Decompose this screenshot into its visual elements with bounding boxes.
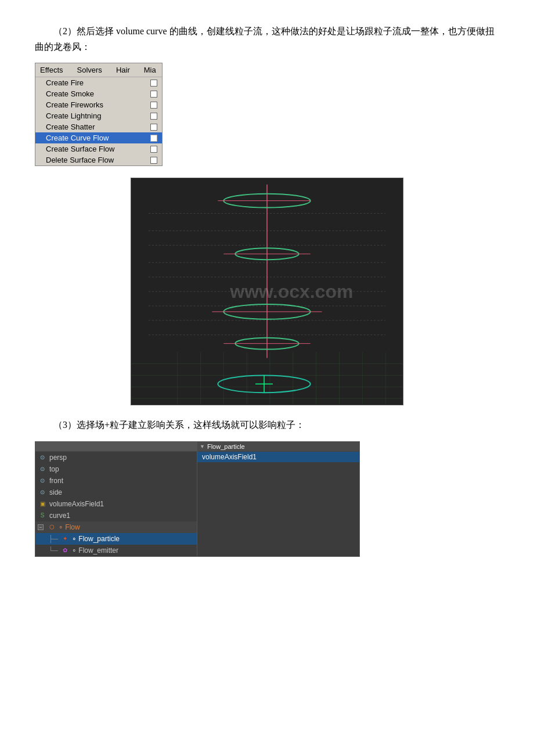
outliner-label: ∘ Flow_emitter bbox=[72, 546, 118, 555]
menu-item-create-fire[interactable]: Create Fire bbox=[35, 77, 162, 88]
menu-item-option-box[interactable] bbox=[150, 102, 157, 109]
menu-item-option-box[interactable] bbox=[150, 124, 157, 131]
outliner-item-volume-axis-field[interactable]: ▣ volumeAxisField1 bbox=[35, 498, 197, 510]
outliner-item-flow-particle[interactable]: ├─ ✦ ∘ Flow_particle bbox=[35, 533, 197, 545]
expand-collapse-icon[interactable]: − bbox=[38, 524, 44, 530]
attr-item-label: volumeAxisField1 bbox=[202, 453, 257, 461]
outliner-header bbox=[35, 442, 197, 452]
outliner-label: ∘ Flow_particle bbox=[72, 535, 120, 543]
menu-item-label: Create Curve Flow bbox=[46, 134, 109, 142]
menu-header-hair[interactable]: Hair bbox=[114, 64, 132, 75]
outliner-label: top bbox=[49, 465, 59, 473]
menu-item-option-box[interactable] bbox=[150, 157, 157, 164]
menu-item-option-box[interactable] bbox=[150, 146, 157, 153]
outliner-label: side bbox=[49, 488, 62, 496]
menu-item-delete-surface-flow[interactable]: Delete Surface Flow bbox=[35, 154, 162, 165]
outliner-item-side[interactable]: ⊙ side bbox=[35, 487, 197, 498]
emitter-icon: ✿ bbox=[60, 546, 70, 555]
viewport-inner: www.ocx.com bbox=[131, 178, 403, 405]
outliner-item-flow-emitter[interactable]: └─ ✿ ∘ Flow_emitter bbox=[35, 545, 197, 556]
menu-item-label: Create Smoke bbox=[46, 89, 94, 98]
outliner-label: ∘ Flow bbox=[59, 523, 80, 531]
menu-item-create-surface-flow[interactable]: Create Surface Flow bbox=[35, 143, 162, 154]
menu-item-create-smoke[interactable]: Create Smoke bbox=[35, 88, 162, 99]
field-icon: ▣ bbox=[38, 499, 47, 509]
intro-paragraph: （2）然后选择 volume curve 的曲线，创建线粒子流，这种做法的好处是… bbox=[35, 23, 499, 55]
attribute-panel: ▼ Flow_particle volumeAxisField1 bbox=[197, 441, 360, 557]
viewport-container: www.ocx.com bbox=[131, 178, 403, 405]
menu-item-option-box[interactable] bbox=[150, 135, 157, 142]
menu-item-option-box[interactable] bbox=[150, 91, 157, 98]
menu-item-option-box[interactable] bbox=[150, 113, 157, 120]
tree-line: ├─ bbox=[48, 535, 58, 543]
camera-icon: ⊙ bbox=[38, 488, 47, 497]
menu-item-label: Create Fireworks bbox=[46, 100, 103, 109]
menu-item-create-shatter[interactable]: Create Shatter bbox=[35, 121, 162, 132]
viewport-svg bbox=[131, 178, 403, 405]
menu-item-label: Create Fire bbox=[46, 78, 84, 87]
menu-item-option-box[interactable] bbox=[150, 80, 157, 87]
outliner-item-top[interactable]: ⊙ top bbox=[35, 463, 197, 475]
attr-item-volume-axis-field[interactable]: volumeAxisField1 bbox=[197, 452, 359, 462]
outliner-label: persp bbox=[49, 453, 67, 462]
curve-icon: S bbox=[38, 511, 47, 520]
menu-item-create-fireworks[interactable]: Create Fireworks bbox=[35, 99, 162, 110]
outliner-item-flow[interactable]: − ⬡ ∘ Flow bbox=[35, 521, 197, 533]
menu-item-create-curve-flow[interactable]: Create Curve Flow bbox=[35, 132, 162, 143]
outliner-panel: ⊙ persp ⊙ top ⊙ front ⊙ side ▣ volumeAxi… bbox=[35, 441, 197, 557]
step3-paragraph: （3）选择场+粒子建立影响关系，这样线场就可以影响粒子： bbox=[35, 417, 499, 433]
attr-panel-header: ▼ Flow_particle bbox=[197, 442, 359, 452]
menu-header-solvers[interactable]: Solvers bbox=[75, 64, 104, 75]
camera-icon: ⊙ bbox=[38, 476, 47, 485]
tree-line: └─ bbox=[48, 546, 58, 555]
outliner-label: volumeAxisField1 bbox=[49, 500, 104, 508]
menu-item-label: Create Lightning bbox=[46, 111, 101, 120]
attr-panel-title: Flow_particle bbox=[207, 443, 245, 450]
menu-item-label: Delete Surface Flow bbox=[46, 156, 114, 164]
outliner-item-persp[interactable]: ⊙ persp bbox=[35, 452, 197, 463]
menu-item-label: Create Surface Flow bbox=[46, 145, 115, 153]
menu-header: Effects Solvers Hair Mia bbox=[35, 63, 162, 77]
menu-bar: Effects Solvers Hair Mia Create Fire Cre… bbox=[35, 63, 163, 166]
menu-header-effects[interactable]: Effects bbox=[38, 64, 66, 75]
outliner-item-curve1[interactable]: S curve1 bbox=[35, 510, 197, 521]
particle-icon: ✦ bbox=[60, 534, 70, 543]
collapse-arrow-icon: ▼ bbox=[200, 444, 205, 449]
camera-icon: ⊙ bbox=[38, 465, 47, 474]
panels-row: ⊙ persp ⊙ top ⊙ front ⊙ side ▣ volumeAxi… bbox=[35, 441, 360, 557]
menu-screenshot: Effects Solvers Hair Mia Create Fire Cre… bbox=[35, 63, 163, 166]
menu-item-create-lightning[interactable]: Create Lightning bbox=[35, 110, 162, 121]
menu-header-mia[interactable]: Mia bbox=[142, 64, 158, 75]
outliner-label: curve1 bbox=[49, 512, 70, 520]
camera-icon: ⊙ bbox=[38, 453, 47, 462]
outliner-item-front[interactable]: ⊙ front bbox=[35, 475, 197, 487]
menu-item-label: Create Shatter bbox=[46, 123, 95, 131]
outliner-label: front bbox=[49, 477, 63, 485]
group-icon: ⬡ bbox=[47, 523, 56, 532]
